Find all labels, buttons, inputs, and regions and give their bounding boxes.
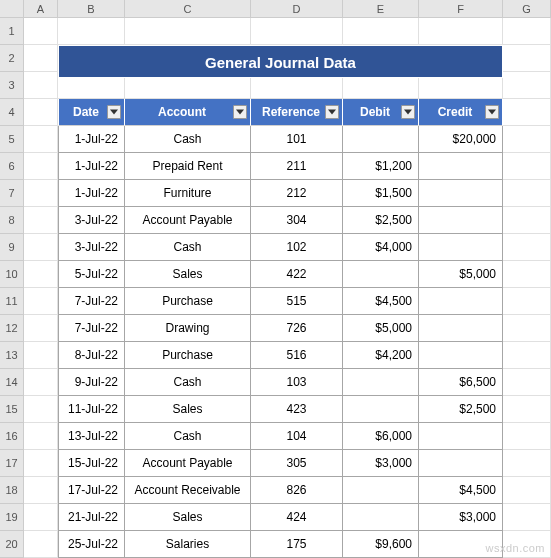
cell-credit[interactable] bbox=[419, 207, 503, 234]
cell-debit[interactable]: $9,600 bbox=[343, 531, 419, 558]
cell-date[interactable]: 7-Jul-22 bbox=[58, 288, 125, 315]
cell-date[interactable]: 9-Jul-22 bbox=[58, 369, 125, 396]
column-header-G[interactable]: G bbox=[503, 0, 551, 18]
table-header-credit[interactable]: Credit bbox=[419, 99, 503, 126]
cell-credit[interactable]: $4,500 bbox=[419, 477, 503, 504]
filter-dropdown-icon[interactable] bbox=[485, 105, 499, 119]
cell[interactable] bbox=[503, 18, 551, 45]
cell-credit[interactable] bbox=[419, 288, 503, 315]
cell-date[interactable]: 5-Jul-22 bbox=[58, 261, 125, 288]
table-header-reference[interactable]: Reference bbox=[251, 99, 343, 126]
cell-reference[interactable]: 211 bbox=[251, 153, 343, 180]
cell-date[interactable]: 13-Jul-22 bbox=[58, 423, 125, 450]
cell-account[interactable]: Cash bbox=[125, 423, 251, 450]
row-header-10[interactable]: 10 bbox=[0, 261, 24, 288]
row-header-1[interactable]: 1 bbox=[0, 18, 24, 45]
cell-date[interactable]: 17-Jul-22 bbox=[58, 477, 125, 504]
cell[interactable] bbox=[24, 477, 58, 504]
row-header-7[interactable]: 7 bbox=[0, 180, 24, 207]
cell-account[interactable]: Cash bbox=[125, 369, 251, 396]
cell[interactable] bbox=[24, 450, 58, 477]
table-header-account[interactable]: Account bbox=[125, 99, 251, 126]
cell[interactable] bbox=[503, 504, 551, 531]
cell-credit[interactable] bbox=[419, 234, 503, 261]
cell-credit[interactable] bbox=[419, 315, 503, 342]
cell-date[interactable]: 8-Jul-22 bbox=[58, 342, 125, 369]
cell-debit[interactable] bbox=[343, 126, 419, 153]
cell-date[interactable]: 21-Jul-22 bbox=[58, 504, 125, 531]
cell-account[interactable]: Cash bbox=[125, 126, 251, 153]
cell[interactable] bbox=[24, 180, 58, 207]
cell[interactable] bbox=[503, 450, 551, 477]
row-header-16[interactable]: 16 bbox=[0, 423, 24, 450]
cell[interactable] bbox=[503, 396, 551, 423]
row-header-6[interactable]: 6 bbox=[0, 153, 24, 180]
cell[interactable] bbox=[503, 234, 551, 261]
cell-date[interactable]: 25-Jul-22 bbox=[58, 531, 125, 558]
cell-debit[interactable] bbox=[343, 261, 419, 288]
cell[interactable] bbox=[24, 153, 58, 180]
cell[interactable] bbox=[503, 72, 551, 99]
cell[interactable] bbox=[24, 72, 58, 99]
cell-date[interactable]: 1-Jul-22 bbox=[58, 180, 125, 207]
cell[interactable] bbox=[24, 504, 58, 531]
cell[interactable] bbox=[24, 261, 58, 288]
cell-date[interactable]: 3-Jul-22 bbox=[58, 207, 125, 234]
cell-account[interactable]: Sales bbox=[125, 504, 251, 531]
cell-reference[interactable]: 212 bbox=[251, 180, 343, 207]
cell-debit[interactable] bbox=[343, 396, 419, 423]
cell-reference[interactable]: 826 bbox=[251, 477, 343, 504]
cell[interactable] bbox=[24, 369, 58, 396]
filter-dropdown-icon[interactable] bbox=[233, 105, 247, 119]
cell-reference[interactable]: 101 bbox=[251, 126, 343, 153]
cell-credit[interactable]: $20,000 bbox=[419, 126, 503, 153]
cell[interactable] bbox=[24, 45, 58, 72]
cell-credit[interactable]: $3,000 bbox=[419, 504, 503, 531]
cell-debit[interactable] bbox=[343, 477, 419, 504]
cell-reference[interactable]: 104 bbox=[251, 423, 343, 450]
cell-account[interactable]: Purchase bbox=[125, 288, 251, 315]
cell-account[interactable]: Sales bbox=[125, 396, 251, 423]
row-header-18[interactable]: 18 bbox=[0, 477, 24, 504]
cell[interactable] bbox=[24, 342, 58, 369]
select-all-corner[interactable] bbox=[0, 0, 24, 18]
cell-debit[interactable]: $1,500 bbox=[343, 180, 419, 207]
cell[interactable] bbox=[503, 180, 551, 207]
cell-debit[interactable]: $1,200 bbox=[343, 153, 419, 180]
cell-reference[interactable]: 423 bbox=[251, 396, 343, 423]
cell-debit[interactable]: $4,500 bbox=[343, 288, 419, 315]
row-header-2[interactable]: 2 bbox=[0, 45, 24, 72]
column-header-A[interactable]: A bbox=[24, 0, 58, 18]
cell-credit[interactable] bbox=[419, 450, 503, 477]
cell[interactable] bbox=[343, 18, 419, 45]
cell-debit[interactable]: $2,500 bbox=[343, 207, 419, 234]
cell[interactable] bbox=[419, 18, 503, 45]
cell-account[interactable]: Furniture bbox=[125, 180, 251, 207]
filter-dropdown-icon[interactable] bbox=[107, 105, 121, 119]
filter-dropdown-icon[interactable] bbox=[401, 105, 415, 119]
cell-account[interactable]: Prepaid Rent bbox=[125, 153, 251, 180]
row-header-5[interactable]: 5 bbox=[0, 126, 24, 153]
cell[interactable] bbox=[24, 423, 58, 450]
cell-debit[interactable]: $4,000 bbox=[343, 234, 419, 261]
column-header-B[interactable]: B bbox=[58, 0, 125, 18]
cell-credit[interactable] bbox=[419, 180, 503, 207]
cell[interactable] bbox=[58, 18, 125, 45]
cell[interactable] bbox=[503, 477, 551, 504]
cell-account[interactable]: Account Payable bbox=[125, 450, 251, 477]
cell[interactable] bbox=[251, 18, 343, 45]
cell-reference[interactable]: 726 bbox=[251, 315, 343, 342]
column-header-F[interactable]: F bbox=[419, 0, 503, 18]
cell-reference[interactable]: 304 bbox=[251, 207, 343, 234]
cell-account[interactable]: Salaries bbox=[125, 531, 251, 558]
cell[interactable] bbox=[125, 18, 251, 45]
cell[interactable] bbox=[503, 261, 551, 288]
cell-account[interactable]: Purchase bbox=[125, 342, 251, 369]
row-header-20[interactable]: 20 bbox=[0, 531, 24, 558]
cell[interactable] bbox=[503, 315, 551, 342]
cell[interactable] bbox=[24, 99, 58, 126]
cell-debit[interactable] bbox=[343, 504, 419, 531]
row-header-14[interactable]: 14 bbox=[0, 369, 24, 396]
cell[interactable] bbox=[24, 396, 58, 423]
table-header-date[interactable]: Date bbox=[58, 99, 125, 126]
